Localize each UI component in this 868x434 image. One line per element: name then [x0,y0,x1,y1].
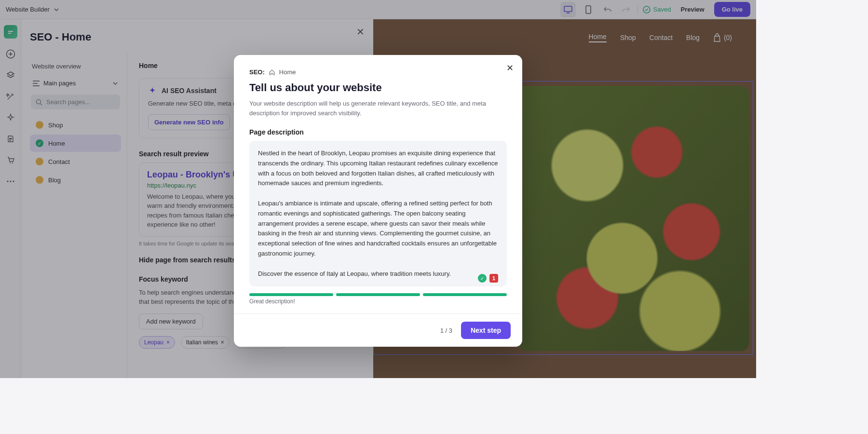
page-description-label: Page description [249,128,507,136]
modal-subtitle: Your website description will help us ge… [249,99,507,118]
step-indicator: 1 / 3 [440,327,452,334]
meter-label: Great description! [249,298,507,305]
description-strength-meter [249,293,507,296]
home-icon [269,69,275,76]
grammar-ok-badge[interactable]: ✓ [478,274,487,283]
grammar-error-badge[interactable]: 1 [489,274,498,283]
seo-wizard-modal: ✕ SEO: Home Tell us about your website Y… [234,55,522,347]
modal-title: Tell us about your website [249,81,507,94]
modal-breadcrumb: SEO: Home [249,68,507,76]
next-step-button[interactable]: Next step [461,322,511,339]
page-description-textarea[interactable] [249,141,507,286]
modal-close-button[interactable]: ✕ [506,63,514,73]
